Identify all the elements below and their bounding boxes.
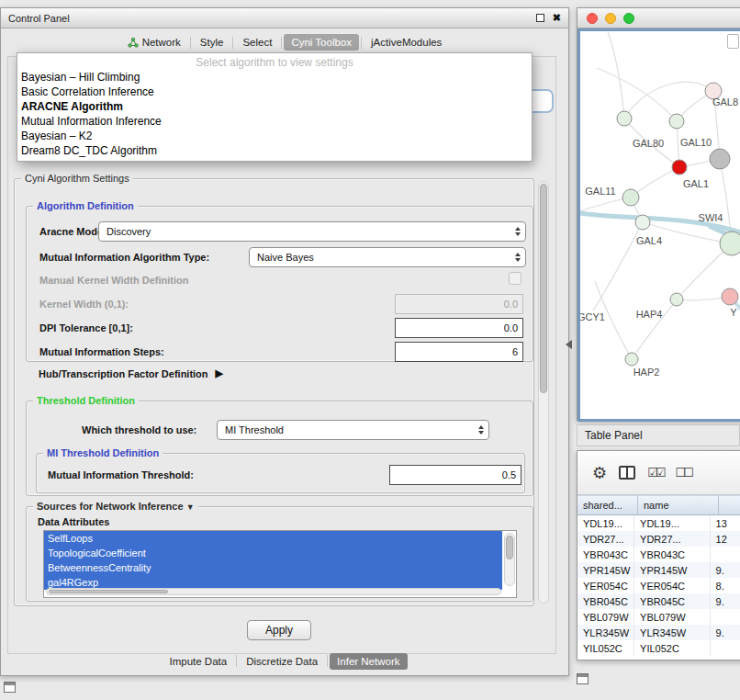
tab-impute-data[interactable]: Impute Data [162,653,234,670]
minimize-traffic-light-icon[interactable] [605,13,616,24]
column-header[interactable] [719,495,740,515]
network-node[interactable] [617,111,632,126]
deselect-all-columns-icon[interactable]: ☐☐ [675,466,690,480]
settings-vertical-scrollbar[interactable] [538,181,549,604]
window-title: Control Panel [8,13,70,24]
tab-discretize-data[interactable]: Discretize Data [239,653,325,670]
algorithm-option[interactable]: Bayesian – K2 [17,129,532,143]
column-header[interactable]: name [638,495,719,515]
table-cell: YDR27... [577,531,634,547]
table-row[interactable]: YDL19...YDL19...13 [577,515,740,531]
algorithm-option[interactable]: Dream8 DC_TDC Algorithm [17,143,532,158]
network-window-titlebar[interactable] [577,8,740,28]
cyni-toolbox-tabs: Impute DataDiscretize DataInfer Network [1,650,568,672]
algorithm-option[interactable]: Mutual Information Inference [17,114,532,129]
mi-type-combobox[interactable]: Naive Bayes [249,247,526,267]
tab-cyni-toolbox[interactable]: Cyni Toolbox [284,34,359,51]
node-label: GAL1 [683,178,709,189]
float-panel-icon[interactable] [577,673,589,684]
network-node[interactable] [669,114,684,129]
network-edge[interactable] [593,222,643,310]
table-row[interactable]: YIL052CYIL052C [577,640,740,656]
table-row[interactable]: YLR345WYLR345W9. [577,625,740,640]
table-row[interactable]: YBR045CYBR045C9. [577,593,740,609]
combo-arrows-icon [515,227,521,236]
float-window-icon[interactable] [536,14,544,22]
tab-style[interactable]: Style [193,34,231,51]
close-icon[interactable]: ✖ [553,13,561,23]
network-edge[interactable] [597,68,677,121]
table-panel-title: Table Panel [585,429,643,442]
apply-button[interactable]: Apply [247,620,311,640]
network-node[interactable] [722,288,738,305]
dropdown-options: Bayesian – Hill ClimbingBasic Correlatio… [17,70,532,158]
table-cell: YBR043C [577,547,634,562]
mi-threshold-input[interactable]: 0.5 [389,465,521,485]
zoom-traffic-light-icon[interactable] [623,13,634,24]
network-node[interactable] [670,293,683,306]
network-node[interactable] [635,215,650,230]
control-panel-titlebar[interactable]: Control Panel ✖ [1,8,568,28]
expand-arrow-icon[interactable]: ▶ [216,367,223,379]
which-threshold-combobox[interactable]: MI Threshold [217,420,489,440]
algorithm-option[interactable]: Bayesian – Hill Climbing [17,70,532,85]
tab-select[interactable]: Select [235,34,279,51]
tab-jactivemodules[interactable]: jActiveModules [364,34,449,51]
kernel-width-input[interactable]: 0.0 [395,294,523,314]
hub-definition-label: Hub/Transcription Factor Definition [39,368,208,379]
network-node[interactable] [672,160,687,175]
network-scrollbar-button[interactable] [727,34,739,49]
group-title: Algorithm Definition [33,199,138,212]
data-attribute-item[interactable]: SelfLoops [44,531,502,546]
scrollbar-thumb[interactable] [540,184,547,393]
data-attribute-item[interactable]: BetweennessCentrality [44,560,502,575]
splitter-collapse-icon[interactable] [566,340,572,349]
combobox-value: Discovery [107,226,510,237]
table-row[interactable]: YPR145WYPR145W9. [577,562,740,578]
table-cell: 9. [711,562,740,578]
algorithm-option[interactable]: Basic Correlation Inference [17,85,532,99]
network-node[interactable] [720,231,740,255]
network-edge[interactable] [608,31,624,119]
combobox-value: MI Threshold [225,424,473,435]
manual-kernel-checkbox[interactable] [509,272,521,285]
data-attributes-label: Data Attributes [38,516,109,527]
select-all-columns-icon[interactable]: ☑☑ [647,466,663,480]
network-canvas[interactable]: GAL8GAL80GAL10GAL11GAL1SWI4GAL4GCY1HAP4Y… [577,28,740,422]
table-row[interactable]: YBL079WYBL079W [577,609,740,625]
network-node[interactable] [710,149,730,169]
network-node[interactable] [625,353,638,366]
tab-network[interactable]: Network [120,34,188,51]
float-panel-icon[interactable] [4,682,16,693]
table-panel-titlebar[interactable]: Table Panel [577,424,740,446]
table-cell: YIL052C [634,640,711,656]
table-cell: YDL19... [634,515,711,531]
algorithm-option[interactable]: ARACNE Algorithm [17,99,532,114]
close-traffic-light-icon[interactable] [587,13,598,24]
list-horizontal-scrollbar[interactable] [46,588,501,595]
dpi-tolerance-input[interactable]: 0.0 [395,318,523,338]
list-vertical-scrollbar[interactable] [504,533,515,586]
hub-definition-toggle[interactable]: Hub/Transcription Factor Definition ▶ [39,367,223,379]
column-manager-icon[interactable] [619,466,635,480]
sources-group-title[interactable]: Sources for Network Inference ▼ [33,500,198,514]
scrollbar-thumb[interactable] [506,536,513,559]
network-view-window: GAL8GAL80GAL10GAL11GAL1SWI4GAL4GCY1HAP4Y… [577,7,740,421]
mi-steps-input[interactable]: 6 [395,342,523,362]
node-label: HAP2 [633,367,660,378]
table-cell: YDL19... [577,515,634,531]
column-header[interactable]: shared... [577,495,638,515]
data-attributes-list[interactable]: SelfLoopsTopologicalCoefficientBetweenne… [43,530,517,598]
table-cell: YIL052C [577,640,634,656]
gear-icon[interactable]: ⚙ [592,465,607,481]
tab-infer-network[interactable]: Infer Network [330,653,407,670]
aracne-mode-combobox[interactable]: Discovery [98,221,526,242]
table-row[interactable]: YDR27...YDR27...12 [577,531,740,547]
data-attribute-item[interactable]: TopologicalCoefficient [44,546,502,560]
scrollbar-thumb[interactable] [49,590,168,593]
table-row[interactable]: YBR043CYBR043C [577,547,740,562]
network-node[interactable] [622,189,639,206]
tab-separator [190,37,191,49]
table-row[interactable]: YER054CYER054C8. [577,578,740,593]
collapse-arrow-icon[interactable]: ▼ [186,502,195,512]
